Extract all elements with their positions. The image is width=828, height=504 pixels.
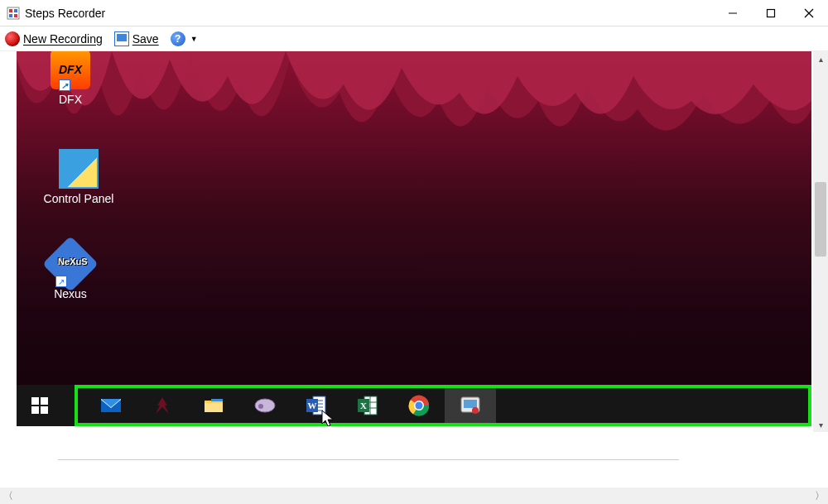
svg-rect-14 (205, 403, 223, 412)
svg-rect-12 (41, 406, 48, 414)
scrollbar-track[interactable] (17, 487, 811, 504)
scroll-left-icon[interactable]: 〈 (0, 489, 17, 503)
svg-rect-2 (14, 9, 17, 12)
taskbar-item-word[interactable]: W (291, 385, 342, 426)
shortcut-arrow-icon: ↗ (55, 276, 67, 287)
predator-icon (151, 394, 174, 417)
taskbar-item-steps-recorder[interactable] (445, 385, 496, 426)
start-button[interactable] (17, 385, 62, 426)
close-button[interactable] (790, 0, 828, 26)
svg-rect-4 (14, 14, 17, 17)
taskbar-region: W X (17, 385, 811, 426)
vertical-scrollbar[interactable]: ▴ ▾ (813, 51, 828, 432)
taskbar-item-mail[interactable] (85, 385, 137, 426)
svg-point-37 (472, 407, 479, 414)
taskbar-item-excel[interactable]: X (342, 385, 393, 426)
minimize-button[interactable] (714, 0, 752, 26)
mail-icon (99, 394, 123, 417)
scroll-up-icon[interactable]: ▴ (813, 51, 828, 66)
new-recording-button[interactable]: New Recording (5, 31, 103, 46)
steam-icon (253, 394, 277, 417)
maximize-button[interactable] (752, 0, 790, 26)
taskbar-item-file-explorer[interactable] (188, 385, 239, 426)
save-button[interactable]: Save (114, 31, 159, 46)
window-title: Steps Recorder (25, 7, 105, 20)
svg-rect-11 (31, 406, 39, 414)
svg-rect-3 (9, 14, 12, 17)
excel-icon: X (356, 394, 379, 417)
save-label: Save (132, 32, 159, 46)
dfx-icon: DFX ↗ (51, 51, 90, 89)
toolbar: New Recording Save ? ▼ (0, 26, 828, 51)
svg-rect-15 (211, 399, 223, 401)
desktop-icon-label: Control Panel (37, 192, 120, 205)
chrome-icon (407, 394, 431, 417)
new-recording-label: New Recording (23, 32, 103, 46)
svg-rect-1 (9, 9, 12, 12)
record-icon (5, 31, 20, 46)
recording-viewport: DFX ↗ DFX Control Panel NeXuS ↗ Nexus (0, 51, 828, 432)
save-icon (114, 31, 129, 46)
svg-rect-36 (464, 400, 477, 408)
control-panel-icon (59, 149, 99, 189)
scroll-down-icon[interactable]: ▾ (813, 417, 828, 432)
svg-point-18 (258, 404, 263, 409)
steps-recorder-icon (459, 394, 482, 417)
svg-point-34 (416, 402, 423, 410)
help-dropdown[interactable]: ? ▼ (171, 31, 198, 46)
titlebar: Steps Recorder (0, 0, 828, 26)
shortcut-arrow-icon: ↗ (59, 79, 70, 91)
wallpaper-trees (17, 51, 811, 175)
desktop-icon-control-panel[interactable]: Control Panel (37, 149, 120, 205)
desktop-icon-dfx[interactable]: DFX ↗ DFX (37, 51, 104, 106)
desktop-icon-nexus[interactable]: NeXuS ↗ Nexus (37, 244, 104, 300)
taskbar-item-predator[interactable] (137, 385, 188, 426)
svg-rect-9 (31, 397, 39, 405)
separator (58, 459, 679, 460)
folder-icon (202, 394, 225, 417)
taskbar: W X (17, 385, 811, 426)
svg-text:W: W (308, 401, 317, 410)
taskbar-item-chrome[interactable] (393, 385, 445, 426)
scroll-right-icon[interactable]: 〉 (811, 489, 828, 503)
chevron-down-icon: ▼ (190, 35, 198, 43)
word-icon: W (305, 394, 328, 417)
nexus-icon: NeXuS ↗ (51, 244, 90, 284)
app-icon (7, 7, 20, 20)
svg-rect-6 (768, 9, 775, 17)
svg-text:X: X (360, 401, 367, 410)
svg-rect-10 (41, 397, 48, 405)
help-icon: ? (171, 31, 185, 46)
taskbar-item-steam[interactable] (239, 385, 291, 426)
captured-desktop: DFX ↗ DFX Control Panel NeXuS ↗ Nexus (17, 51, 811, 426)
scrollbar-track[interactable] (813, 66, 828, 417)
scrollbar-thumb[interactable] (815, 182, 826, 257)
horizontal-scrollbar[interactable]: 〈 〉 (0, 487, 828, 504)
desktop-icon-label: DFX (37, 93, 104, 106)
